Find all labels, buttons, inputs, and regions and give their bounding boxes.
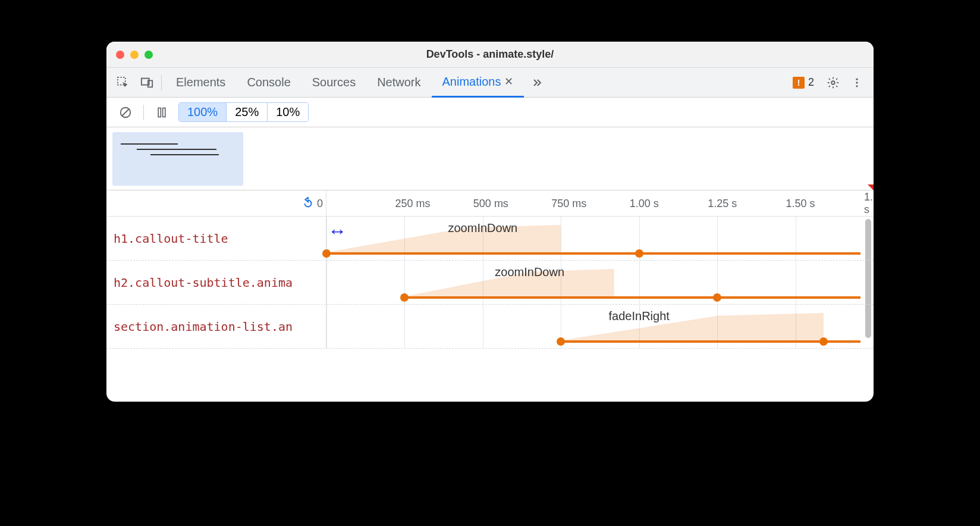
device-toolbar-button[interactable] <box>136 72 158 93</box>
animation-row[interactable]: h2.callout-subtitle.animazoomInDown <box>106 261 874 305</box>
more-menu-button[interactable] <box>846 72 868 93</box>
tab-console[interactable]: Console <box>236 68 301 98</box>
animation-rows: ↔ h1.callout-titlezoomInDownh2.callout-s… <box>106 217 874 402</box>
divider <box>161 75 162 90</box>
divider <box>143 105 144 120</box>
replay-button[interactable] <box>297 193 319 214</box>
animation-track[interactable]: zoomInDown <box>326 217 874 260</box>
zoom-window-button[interactable] <box>145 51 153 59</box>
pause-button[interactable] <box>151 102 172 123</box>
tab-label: Elements <box>176 76 225 89</box>
ruler-left <box>106 190 326 216</box>
svg-rect-9 <box>158 108 161 117</box>
keyframe-dot[interactable] <box>322 249 331 258</box>
animation-track[interactable]: fadeInRight <box>326 305 874 348</box>
tab-sources[interactable]: Sources <box>301 68 366 98</box>
ruler-tick: 250 ms <box>395 197 430 209</box>
svg-point-4 <box>856 78 857 80</box>
ruler-tick: 1.25 s <box>708 197 737 209</box>
gridline <box>326 305 327 348</box>
gridline <box>326 261 327 304</box>
tab-label: Animations <box>442 75 501 89</box>
speed-option[interactable]: 25% <box>227 103 268 121</box>
timeline-ruler: 0250 ms500 ms750 ms1.00 s1.25 s1.50 s1.7… <box>106 190 874 217</box>
keyframe-dot[interactable] <box>635 249 643 258</box>
animation-name-label: zoomInDown <box>495 265 564 279</box>
settings-button[interactable] <box>822 72 844 93</box>
minimize-window-button[interactable] <box>130 51 139 59</box>
animation-bar[interactable] <box>561 340 860 343</box>
ruler-tick: 750 ms <box>551 197 586 209</box>
devtools-window: DevTools - animate.style/ ElementsConsol… <box>106 42 874 402</box>
ruler-tick: 1.00 s <box>630 197 659 209</box>
animation-row[interactable]: section.animation-list.anfadeInRight <box>106 305 874 349</box>
animation-name-label: zoomInDown <box>448 221 517 235</box>
animation-track[interactable]: zoomInDown <box>326 261 874 304</box>
svg-line-8 <box>122 109 129 115</box>
main-tabbar: ElementsConsoleSourcesNetworkAnimations✕… <box>106 68 874 98</box>
issues-badge[interactable]: ! 2 <box>793 76 814 89</box>
warning-icon: ! <box>793 77 805 89</box>
ruler-tick: 500 ms <box>473 197 508 209</box>
speed-option[interactable]: 10% <box>268 103 308 121</box>
more-tabs-button[interactable] <box>526 72 548 93</box>
svg-point-5 <box>856 82 857 83</box>
inspect-element-button[interactable] <box>112 72 134 93</box>
clear-icon <box>119 106 132 119</box>
tab-network[interactable]: Network <box>366 68 431 98</box>
playback-speed-group: 100%25%10% <box>178 102 309 122</box>
ruler-tick: 0 <box>317 197 323 209</box>
svg-point-3 <box>831 81 835 84</box>
pause-icon <box>156 107 168 118</box>
animation-row[interactable]: h1.callout-titlezoomInDown <box>106 217 874 261</box>
ruler-tick: 1.75 s <box>864 191 874 216</box>
issues-count: 2 <box>808 76 814 89</box>
tab-label: Sources <box>312 76 356 89</box>
svg-rect-10 <box>163 108 165 117</box>
end-marker-icon <box>868 184 874 190</box>
element-selector[interactable]: section.animation-list.an <box>106 305 326 348</box>
animation-name-label: fadeInRight <box>609 309 670 323</box>
tab-label: Network <box>377 76 420 89</box>
close-window-button[interactable] <box>116 51 124 59</box>
svg-point-6 <box>856 85 857 87</box>
close-tab-icon[interactable]: ✕ <box>504 75 513 88</box>
kebab-icon <box>851 77 863 89</box>
gridline <box>483 305 483 348</box>
traffic-lights <box>116 51 153 59</box>
easing-curve <box>326 225 561 252</box>
ruler-tick: 1.50 s <box>786 197 815 209</box>
animation-groups-strip <box>106 127 874 190</box>
tab-label: Console <box>247 76 290 89</box>
keyframe-dot[interactable] <box>557 337 565 346</box>
keyframe-dot[interactable] <box>713 293 721 302</box>
tab-elements[interactable]: Elements <box>165 68 236 98</box>
clear-button[interactable] <box>115 102 136 123</box>
animations-toolbar: 100%25%10% <box>106 98 874 127</box>
replay-icon <box>301 197 315 210</box>
gridline <box>404 305 405 348</box>
tab-animations[interactable]: Animations✕ <box>432 68 524 98</box>
animation-bar[interactable] <box>404 296 860 299</box>
keyframe-dot[interactable] <box>400 293 409 302</box>
gear-icon <box>827 76 840 89</box>
keyframe-dot[interactable] <box>819 337 828 346</box>
animation-bar[interactable] <box>326 252 860 255</box>
titlebar: DevTools - animate.style/ <box>106 42 874 68</box>
window-title: DevTools - animate.style/ <box>106 48 874 61</box>
animation-group-thumb[interactable] <box>112 132 243 186</box>
element-selector[interactable]: h2.callout-subtitle.anima <box>106 261 326 304</box>
easing-curve <box>561 313 824 340</box>
element-selector[interactable]: h1.callout-title <box>106 217 326 260</box>
speed-option[interactable]: 100% <box>179 103 227 121</box>
